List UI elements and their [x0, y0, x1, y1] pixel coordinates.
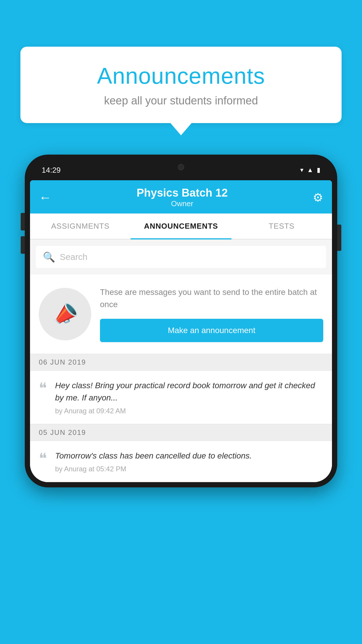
speech-bubble: Announcements keep all your students inf… [20, 47, 342, 123]
volume-down-button [21, 236, 25, 254]
phone-screen: ← Physics Batch 12 Owner ⚙ ASSIGNMENTS A… [30, 180, 332, 482]
status-bar: 14:29 ▾ ▲ ▮ [30, 160, 332, 180]
date-separator-2: 05 JUN 2019 [30, 424, 332, 441]
phone-device: 14:29 ▾ ▲ ▮ ← Physics Batch 12 Owner ⚙ [25, 155, 337, 487]
phone-wrapper: 14:29 ▾ ▲ ▮ ← Physics Batch 12 Owner ⚙ [25, 155, 337, 644]
announcement-content-1: Hey class! Bring your practical record b… [55, 379, 323, 415]
camera-dot [178, 164, 184, 170]
wifi-icon: ▾ [300, 166, 303, 174]
announcement-right: These are messages you want to send to t… [100, 286, 323, 342]
tab-tests[interactable]: TESTS [231, 214, 332, 239]
back-button[interactable]: ← [39, 191, 52, 204]
notch [155, 160, 207, 174]
announcement-item-1[interactable]: ❝ Hey class! Bring your practical record… [30, 371, 332, 424]
status-icons: ▾ ▲ ▮ [300, 166, 320, 174]
search-bar[interactable]: 🔍 Search [36, 246, 326, 268]
announcement-empty-state: 📣 These are messages you want to send to… [30, 274, 332, 354]
battery-icon: ▮ [317, 166, 320, 174]
search-container: 🔍 Search [30, 239, 332, 274]
tabs-bar: ASSIGNMENTS ANNOUNCEMENTS TESTS [30, 214, 332, 239]
status-time: 14:29 [42, 166, 61, 175]
announcement-text-1: Hey class! Bring your practical record b… [55, 379, 323, 404]
announcement-meta-1: by Anurag at 09:42 AM [55, 407, 323, 415]
search-placeholder: Search [60, 252, 87, 262]
power-button [337, 225, 341, 251]
tab-announcements[interactable]: ANNOUNCEMENTS [131, 214, 231, 239]
search-icon: 🔍 [43, 251, 55, 263]
header-title: Physics Batch 12 [52, 187, 313, 199]
speech-bubble-title: Announcements [38, 63, 324, 89]
quote-icon-1: ❝ [39, 381, 47, 396]
settings-button[interactable]: ⚙ [313, 191, 323, 204]
announcement-meta-2: by Anurag at 05:42 PM [55, 465, 323, 473]
announcement-icon-circle: 📣 [39, 288, 91, 340]
volume-up-button [21, 213, 25, 230]
tab-assignments[interactable]: ASSIGNMENTS [30, 214, 131, 239]
make-announcement-button[interactable]: Make an announcement [100, 319, 323, 342]
app-header: ← Physics Batch 12 Owner ⚙ [30, 180, 332, 214]
speech-bubble-container: Announcements keep all your students inf… [20, 47, 342, 123]
quote-icon-2: ❝ [39, 451, 47, 466]
megaphone-icon: 📣 [49, 299, 81, 330]
announcement-content-2: Tomorrow's class has been cancelled due … [55, 450, 323, 473]
header-subtitle: Owner [52, 199, 313, 208]
header-center: Physics Batch 12 Owner [52, 187, 313, 208]
date-separator-1: 06 JUN 2019 [30, 354, 332, 371]
announcement-item-2[interactable]: ❝ Tomorrow's class has been cancelled du… [30, 441, 332, 482]
signal-icon: ▲ [307, 166, 313, 174]
empty-state-description: These are messages you want to send to t… [100, 286, 323, 311]
announcement-text-2: Tomorrow's class has been cancelled due … [55, 450, 323, 462]
speech-bubble-subtitle: keep all your students informed [38, 94, 324, 107]
